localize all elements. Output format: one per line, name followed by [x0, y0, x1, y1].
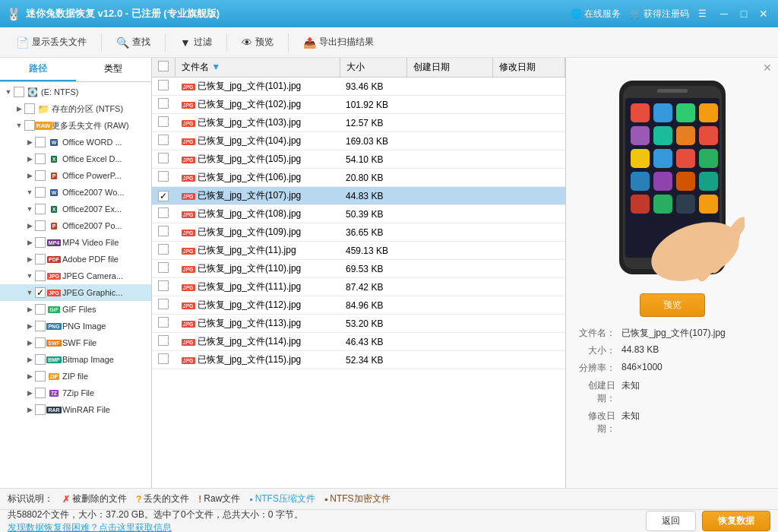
back-button[interactable]: 返回 [646, 511, 696, 531]
tree-check-box[interactable] [35, 354, 46, 365]
row-check[interactable] [158, 116, 169, 127]
tree-check-box[interactable] [35, 388, 46, 398]
expand-arrow[interactable]: ▼ [24, 289, 35, 296]
expand-arrow[interactable]: ▶ [24, 406, 35, 413]
table-row[interactable]: JPG已恢复_jpg_文件(105).jpg54.10 KB [152, 150, 565, 169]
expand-arrow[interactable]: ▶ [24, 155, 35, 163]
tree-check-box[interactable] [35, 254, 46, 264]
tree-item-office-excel-d---[interactable]: ▶XOffice Excel D... [0, 150, 151, 167]
tree-check-box[interactable] [35, 170, 46, 181]
tree-item-office2007-ex---[interactable]: ▼XOffice2007 Ex... [0, 201, 151, 217]
menu-btn[interactable]: ☰ [698, 8, 707, 19]
row-check[interactable] [158, 280, 169, 291]
row-check[interactable]: ✓ [158, 191, 169, 201]
register-btn[interactable]: 🛒 获得注册码 [630, 8, 689, 21]
tree-item-bitmap-image[interactable]: ▶BMPBitmap Image [0, 351, 151, 368]
expand-arrow[interactable]: ▶ [24, 339, 35, 347]
row-check[interactable] [158, 299, 169, 309]
tree-item--------ntfs-[interactable]: ▶📁存在的分区 (NTFS) [0, 100, 151, 117]
tree-item--e--ntfs-[interactable]: ▼💽(E: NTFS) [0, 84, 151, 100]
table-row[interactable]: JPG已恢复_jpg_文件(109).jpg36.65 KB [152, 223, 565, 242]
row-check[interactable] [158, 171, 169, 182]
row-check[interactable] [158, 244, 169, 255]
tab-type[interactable]: 类型 [76, 58, 152, 81]
table-row[interactable]: JPG已恢复_jpg_文件(101).jpg93.46 KB [152, 78, 565, 96]
expand-arrow[interactable]: ▶ [14, 105, 24, 112]
tree-item-gif-files[interactable]: ▶GIFGIF Files [0, 301, 151, 318]
tree-check-box[interactable] [35, 137, 46, 147]
expand-arrow[interactable]: ▶ [24, 356, 35, 363]
table-row[interactable]: ✓JPG已恢复_jpg_文件(107).jpg44.83 KB [152, 187, 565, 205]
expand-arrow[interactable]: ▶ [24, 138, 35, 146]
preview-close-btn[interactable]: ✕ [763, 62, 772, 74]
expand-arrow[interactable]: ▼ [3, 88, 14, 96]
tree-check-box[interactable] [35, 220, 46, 231]
tree-check-box[interactable] [35, 154, 46, 164]
tree-item-png-image[interactable]: ▶PNGPNG Image [0, 318, 151, 334]
expand-arrow[interactable]: ▶ [24, 306, 35, 313]
table-row[interactable]: JPG已恢复_jpg_文件(108).jpg50.39 KB [152, 205, 565, 223]
tree-check-box[interactable] [24, 120, 35, 131]
table-row[interactable]: JPG已恢复_jpg_文件(102).jpg101.92 KB [152, 96, 565, 114]
expand-arrow[interactable]: ▼ [24, 205, 35, 213]
preview-action-btn[interactable]: 预览 [640, 293, 705, 317]
tree-item-adobe-pdf-file[interactable]: ▶PDFAdobe PDF file [0, 251, 151, 268]
expand-arrow[interactable]: ▼ [24, 272, 35, 280]
row-check[interactable] [158, 98, 169, 109]
tree-check-box[interactable] [35, 404, 46, 415]
row-check[interactable] [158, 226, 169, 236]
select-all-check[interactable] [158, 61, 169, 71]
table-row[interactable]: JPG已恢复_jpg_文件(11).jpg459.13 KB [152, 242, 565, 260]
row-check[interactable] [158, 262, 169, 273]
minimize-btn[interactable]: ─ [716, 5, 732, 22]
expand-arrow[interactable]: ▼ [24, 188, 35, 196]
tree-check-box[interactable] [35, 321, 46, 331]
expand-arrow[interactable]: ▶ [24, 322, 35, 330]
maximize-btn[interactable]: □ [735, 5, 752, 22]
tree-check-box[interactable] [35, 371, 46, 382]
table-row[interactable]: JPG已恢复_jpg_文件(103).jpg12.57 KB [152, 114, 565, 132]
expand-arrow[interactable]: ▶ [24, 222, 35, 230]
table-row[interactable]: JPG已恢复_jpg_文件(115).jpg52.34 KB [152, 351, 565, 369]
help-link[interactable]: 发现数据恢复很困难？点击这里获取信息 [8, 522, 172, 533]
tree-item-jpeg-graphic---[interactable]: ▼✓JPGJPEG Graphic... [0, 284, 151, 301]
tree-item-swf-file[interactable]: ▶SWFSWF File [0, 334, 151, 351]
table-row[interactable]: JPG已恢复_jpg_文件(110).jpg69.53 KB [152, 260, 565, 278]
table-row[interactable]: JPG已恢复_jpg_文件(104).jpg169.03 KB [152, 132, 565, 150]
tree-item-office-powerp---[interactable]: ▶POffice PowerP... [0, 167, 151, 184]
online-service-btn[interactable]: 🌐 在线服务 [571, 8, 621, 21]
expand-arrow[interactable]: ▼ [14, 122, 24, 129]
recover-button[interactable]: 恢复数据 [702, 511, 770, 531]
tree-item-jpeg-camera---[interactable]: ▼JPGJPEG Camera... [0, 268, 151, 284]
row-check[interactable] [158, 317, 169, 328]
row-check[interactable] [158, 353, 169, 364]
tree-item-office2007-po---[interactable]: ▶POffice2007 Po... [0, 217, 151, 234]
tree-item-zip-file[interactable]: ▶ZIPZIP file [0, 368, 151, 385]
export-btn[interactable]: 📤 导出扫描结果 [295, 32, 382, 52]
tree-check-box[interactable]: ✓ [35, 287, 46, 298]
tree-item-office-word----[interactable]: ▶WOffice WORD ... [0, 134, 151, 150]
row-check[interactable] [158, 135, 169, 145]
table-row[interactable]: JPG已恢复_jpg_文件(111).jpg87.42 KB [152, 278, 565, 296]
close-btn[interactable]: ✕ [755, 5, 772, 22]
tree-item-winrar-file[interactable]: ▶RARWinRAR File [0, 401, 151, 418]
table-row[interactable]: JPG已恢复_jpg_文件(113).jpg53.20 KB [152, 315, 565, 333]
tree-item---------raw-[interactable]: ▼RAW更多丢失文件 (RAW) [0, 117, 151, 134]
tree-item-office2007-wo---[interactable]: ▼WOffice2007 Wo... [0, 184, 151, 201]
preview-btn[interactable]: 👁 预览 [233, 32, 282, 52]
tree-check-box[interactable] [35, 204, 46, 214]
tree-check-box[interactable] [24, 103, 35, 114]
filter-btn[interactable]: ▼ 过滤 [172, 32, 220, 52]
tree-check-box[interactable] [35, 187, 46, 198]
expand-arrow[interactable]: ▶ [24, 172, 35, 179]
tree-check-box[interactable] [35, 237, 46, 248]
tree-check-box[interactable] [14, 87, 24, 97]
tree-item-7zip-file[interactable]: ▶7Z7Zip File [0, 385, 151, 401]
row-check[interactable] [158, 207, 169, 218]
show-lost-btn[interactable]: 📄 显示丢失文件 [8, 32, 95, 52]
tab-path[interactable]: 路径 [0, 58, 76, 81]
expand-arrow[interactable]: ▶ [24, 239, 35, 246]
tree-check-box[interactable] [35, 304, 46, 315]
table-row[interactable]: JPG已恢复_jpg_文件(112).jpg84.96 KB [152, 296, 565, 315]
table-row[interactable]: JPG已恢复_jpg_文件(106).jpg20.80 KB [152, 169, 565, 187]
